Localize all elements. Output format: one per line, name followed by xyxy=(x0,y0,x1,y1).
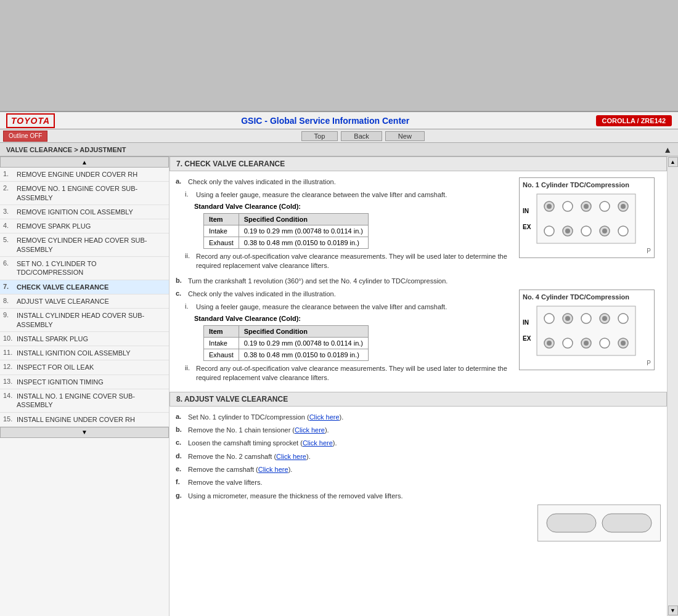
sidebar-item-14[interactable]: 14.INSTALL NO. 1 ENGINE COVER SUB-ASSEMB… xyxy=(0,389,169,413)
back-button[interactable]: Back xyxy=(341,131,382,141)
nav-bar: Outline OFF Top Back New xyxy=(0,129,678,143)
step-8f-text: Remove the valve lifters. xyxy=(188,478,661,487)
content-scroll-down[interactable]: ▼ xyxy=(668,606,678,615)
diagram2-p-label: P xyxy=(523,360,651,367)
step-8d-text: Remove the No. 2 camshaft (Click here). xyxy=(188,452,661,461)
table1-container: Standard Valve Clearance (Cold): Item Sp… xyxy=(194,203,513,249)
sidebar-item-8[interactable]: 8.ADJUST VALVE CLEARANCE xyxy=(0,294,169,309)
step-8e-pretext: Remove the camshaft ( xyxy=(188,466,258,473)
sidebar-scroll-up[interactable]: ▲ xyxy=(0,156,169,168)
diagram2-svg xyxy=(534,303,639,359)
step-7b-text: Turn the crankshaft 1 revolution (360°) … xyxy=(188,277,661,286)
new-button[interactable]: New xyxy=(385,131,425,141)
svg-point-23 xyxy=(602,316,607,321)
svg-rect-33 xyxy=(602,514,651,532)
step-7a-i-label: i. xyxy=(185,190,196,198)
diagram2-labels: IN EX xyxy=(523,319,531,342)
table1-intake-value: 0.19 to 0.29 mm (0.00748 to 0.0114 in.) xyxy=(239,225,368,237)
sidebar-item-5[interactable]: 5.REMOVE CYLINDER HEAD COVER SUB-ASSEMBL… xyxy=(0,233,169,257)
sidebar-item-12[interactable]: 12.INSPECT FOR OIL LEAK xyxy=(0,360,169,375)
svg-point-17 xyxy=(544,314,554,323)
sidebar-item-6[interactable]: 6.SET NO. 1 CYLINDER TO TDC/COMPRESSION xyxy=(0,257,169,280)
step-8b-link[interactable]: Click here xyxy=(295,426,325,434)
step-8b-text: Remove the No. 1 chain tensioner (Click … xyxy=(188,426,661,435)
sidebar-item-9[interactable]: 9.INSTALL CYLINDER HEAD COVER SUB-ASSEMB… xyxy=(0,309,169,332)
step-7c: c. Check only the valves indicated in th… xyxy=(176,290,513,299)
table1-header-row: Item Specified Condition xyxy=(204,213,369,225)
sidebar-item-2[interactable]: 2.REMOVE NO. 1 ENGINE COVER SUB-ASSEMBLY xyxy=(0,182,169,205)
section8-header: 8. ADJUST VALVE CLEARANCE xyxy=(170,392,667,407)
step-7b-label: b. xyxy=(176,277,188,284)
sidebar-item-num-11: 11. xyxy=(3,349,17,356)
step-8c-link[interactable]: Click here xyxy=(303,439,333,447)
sidebar-item-label-3: REMOVE IGNITION COIL ASSEMBLY xyxy=(17,208,164,216)
content-area[interactable]: 7. CHECK VALVE CLEARANCE a. Check only t… xyxy=(170,156,667,616)
sidebar-item-label-5: REMOVE CYLINDER HEAD COVER SUB-ASSEMBLY xyxy=(17,236,164,254)
valve-table-2: Item Specified Condition Intake 0.19 to … xyxy=(203,325,369,361)
step-7a-ii-text: Record any out-of-specification valve cl… xyxy=(196,252,513,271)
sidebar-item-10[interactable]: 10.INSTALL SPARK PLUG xyxy=(0,332,169,346)
sidebar-item-num-15: 15. xyxy=(3,415,17,423)
sidebar-item-label-6: SET NO. 1 CYLINDER TO TDC/COMPRESSION xyxy=(17,259,164,277)
step-8c-suffix: ). xyxy=(333,439,337,447)
step-8d-suffix: ). xyxy=(306,453,311,460)
step-8b-suffix: ). xyxy=(325,426,329,434)
step-8d-link[interactable]: Click here xyxy=(276,453,306,460)
diagram1-container: No. 1 Cylinder TDC/Compression IN EX xyxy=(519,177,661,274)
sidebar-items-container: 1.REMOVE ENGINE UNDER COVER RH2.REMOVE N… xyxy=(0,168,169,427)
sidebar-scroll-down[interactable]: ▼ xyxy=(0,427,169,438)
section7-header: 7. CHECK VALVE CLEARANCE xyxy=(170,156,667,171)
sidebar-item-13[interactable]: 13.INSPECT IGNITION TIMING xyxy=(0,375,169,389)
sidebar-item-11[interactable]: 11.INSTALL IGNITION COIL ASSEMBLY xyxy=(0,346,169,360)
step-7c-i-text: Using a feeler gauge, measure the cleara… xyxy=(196,302,513,312)
step-8a-link[interactable]: Click here xyxy=(309,413,340,421)
step-8e-link[interactable]: Click here xyxy=(258,466,288,473)
table2-row-exhaust: Exhaust 0.38 to 0.48 mm (0.0150 to 0.018… xyxy=(204,349,369,360)
section7-part2: c. Check only the valves indicated in th… xyxy=(176,290,661,386)
step-8a-pretext: Set No. 1 cylinder to TDC/compression ( xyxy=(188,413,309,421)
sidebar-item-15[interactable]: 15.INSTALL ENGINE UNDER COVER RH xyxy=(0,413,169,427)
sidebar-item-3[interactable]: 3.REMOVE IGNITION COIL ASSEMBLY xyxy=(0,205,169,219)
sidebar-item-7[interactable]: 7.CHECK VALVE CLEARANCE xyxy=(0,280,169,294)
sidebar-item-num-13: 13. xyxy=(3,378,17,385)
table2-container: Standard Valve Clearance (Cold): Item Sp… xyxy=(194,315,513,361)
step-8e-suffix: ). xyxy=(288,466,293,473)
content-scroll-up[interactable]: ▲ xyxy=(668,157,678,167)
section7-part1: a. Check only the valves indicated in th… xyxy=(176,177,661,274)
breadcrumb-up-arrow[interactable]: ▲ xyxy=(663,145,672,155)
step-7a-i: i. Using a feeler gauge, measure the cle… xyxy=(185,190,513,200)
sidebar-item-label-12: INSPECT FOR OIL LEAK xyxy=(17,363,164,371)
step-8c-pretext: Loosen the camshaft timing sprocket ( xyxy=(188,439,303,447)
sidebar-item-1[interactable]: 1.REMOVE ENGINE UNDER COVER RH xyxy=(0,168,169,182)
outline-button[interactable]: Outline OFF xyxy=(3,131,47,142)
step-7c-ii-text: Record any out-of-specification valve cl… xyxy=(196,364,513,383)
diagram3-svg xyxy=(544,508,655,538)
step-8b-pretext: Remove the No. 1 chain tensioner ( xyxy=(188,426,295,434)
step-7a-i-text: Using a feeler gauge, measure the cleara… xyxy=(196,190,513,200)
svg-point-25 xyxy=(563,338,573,348)
step-7c-ii: ii. Record any out-of-specification valv… xyxy=(185,364,513,383)
top-button[interactable]: Top xyxy=(301,131,338,141)
table1-col1-header: Item xyxy=(204,213,239,225)
step-8c-label: c. xyxy=(176,439,188,446)
sidebar-item-4[interactable]: 4.REMOVE SPARK PLUG xyxy=(0,219,169,233)
step-8g: g. Using a micrometer, measure the thick… xyxy=(176,492,661,501)
table2-intake-label: Intake xyxy=(204,337,239,349)
svg-point-2 xyxy=(563,201,573,211)
table2-title: Standard Valve Clearance (Cold): xyxy=(194,315,513,322)
svg-point-4 xyxy=(600,201,610,211)
toyota-logo: TOYOTA xyxy=(6,113,55,128)
svg-point-14 xyxy=(565,229,570,233)
svg-point-7 xyxy=(584,204,589,209)
diagram1-p-label: P xyxy=(523,248,651,254)
svg-rect-32 xyxy=(547,514,596,532)
vehicle-badge: COROLLA / ZRE142 xyxy=(596,115,672,126)
step-8b-label: b. xyxy=(176,426,188,433)
cylinder-diagram-2: No. 4 Cylinder TDC/Compression IN EX xyxy=(519,290,655,370)
sidebar-item-label-9: INSTALL CYLINDER HEAD COVER SUB-ASSEMBLY xyxy=(17,311,164,329)
header-bar: TOYOTA GSIC - Global Service Information… xyxy=(0,111,678,129)
breadcrumb: VALVE CLEARANCE > ADJUSTMENT ▲ xyxy=(0,143,678,156)
step-7c-text: Check only the valves indicated in the i… xyxy=(188,290,513,299)
svg-point-15 xyxy=(602,229,607,233)
sidebar-item-num-4: 4. xyxy=(3,222,17,229)
